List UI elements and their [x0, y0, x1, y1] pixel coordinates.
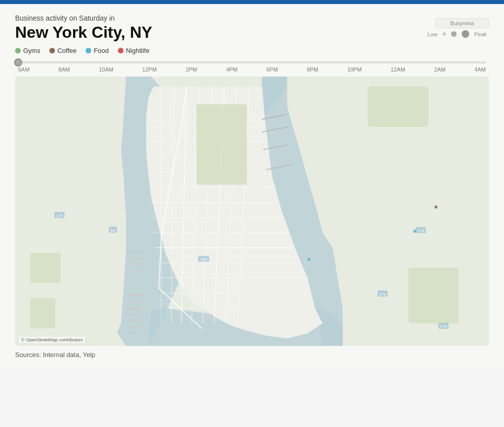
timeline-label: 12PM — [142, 66, 157, 73]
timeline-track[interactable] — [18, 61, 486, 63]
busyness-peak: Peak — [474, 31, 487, 37]
svg-text:278: 278 — [417, 229, 424, 233]
timeline-label: 2AM — [434, 66, 446, 73]
timeline-label: 6AM — [18, 66, 30, 73]
legend-item-food: Food — [86, 47, 109, 54]
timeline-label: 12AM — [391, 66, 405, 73]
timeline-labels: 6AM8AM10AM12PM2PM4PM6PM8PM10PM12AM2AM4AM — [18, 66, 486, 73]
header-row: Business activity on Saturday in New Yor… — [15, 14, 489, 54]
timeline-label: 4AM — [474, 66, 486, 73]
map-container: 178 278 278 278 9A 495 — [15, 77, 489, 346]
timeline-container: 6AM8AM10AM12PM2PM4PM6PM8PM10PM12AM2AM4AM — [15, 61, 489, 73]
busyness-dots: Low Peak — [425, 30, 489, 38]
page-title: New York City, NY — [15, 23, 425, 42]
svg-rect-45 — [129, 331, 138, 334]
legend-dot — [86, 48, 91, 53]
svg-rect-26 — [30, 298, 55, 328]
legend-label: Food — [94, 47, 109, 54]
svg-rect-25 — [30, 253, 60, 283]
legend: GymsCoffeeFoodNightlife — [15, 47, 425, 54]
svg-rect-24 — [408, 268, 459, 323]
main-content: Business activity on Saturday in New Yor… — [0, 4, 504, 369]
svg-text:178: 178 — [56, 214, 63, 218]
timeline-label: 10PM — [347, 66, 362, 73]
timeline-label: 10AM — [99, 66, 113, 73]
timeline-label: 2PM — [186, 66, 198, 73]
svg-rect-44 — [129, 325, 139, 328]
legend-label: Gyms — [23, 47, 40, 54]
busyness-dot — [462, 30, 469, 38]
svg-rect-42 — [129, 313, 140, 316]
svg-rect-22 — [197, 104, 247, 185]
svg-text:278: 278 — [440, 324, 447, 329]
svg-rect-23 — [368, 87, 428, 127]
timeline-label: 4PM — [226, 66, 238, 73]
svg-rect-47 — [130, 257, 143, 259]
busyness-label: Busyness — [435, 18, 489, 28]
busyness-dot — [451, 31, 457, 37]
svg-rect-43 — [129, 319, 141, 322]
map-attribution: © OpenStreetMap contributors — [19, 337, 85, 343]
legend-item-nightlife: Nightlife — [118, 47, 150, 54]
svg-rect-39 — [129, 293, 144, 296]
svg-rect-40 — [129, 301, 141, 303]
legend-dot — [15, 48, 21, 53]
svg-rect-41 — [129, 307, 143, 310]
timeline-label: 6PM — [267, 66, 278, 73]
legend-item-coffee: Coffee — [49, 47, 77, 54]
svg-text:9A: 9A — [110, 228, 115, 233]
source-text: Sources: Internal data, Yelp — [15, 351, 489, 359]
header-left: Business activity on Saturday in New Yor… — [15, 14, 425, 54]
legend-label: Nightlife — [126, 47, 150, 54]
legend-dot — [118, 48, 123, 53]
timeline-label: 8PM — [307, 66, 319, 73]
legend-item-gyms: Gyms — [15, 47, 40, 54]
map-svg: 178 278 278 278 9A 495 — [15, 77, 489, 346]
subtitle: Business activity on Saturday in — [15, 14, 425, 22]
svg-rect-46 — [130, 263, 144, 265]
top-bar — [0, 0, 504, 4]
busyness-low: Low — [427, 31, 437, 37]
svg-text:495: 495 — [200, 257, 207, 262]
busyness-dot — [443, 32, 446, 36]
timeline-handle[interactable] — [14, 58, 22, 66]
svg-text:278: 278 — [379, 292, 386, 297]
busyness-legend: Busyness Low Peak — [425, 18, 489, 38]
legend-dot — [49, 48, 55, 53]
svg-rect-48 — [131, 251, 142, 253]
timeline-label: 8AM — [58, 66, 70, 73]
legend-label: Coffee — [57, 47, 77, 54]
